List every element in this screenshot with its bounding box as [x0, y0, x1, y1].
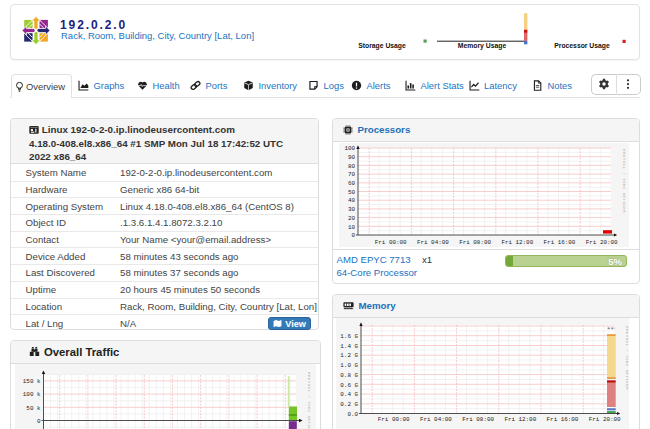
svg-text:80: 80 [348, 163, 356, 170]
svg-text:Fri 16:00: Fri 16:00 [544, 239, 576, 246]
svg-text:Fri 00:00: Fri 00:00 [378, 416, 410, 423]
svg-text:100 k: 100 k [23, 391, 41, 398]
svg-text:Fri 12:00: Fri 12:00 [504, 416, 536, 423]
svg-text:0: 0 [351, 232, 355, 239]
svg-text:Fri 04:00: Fri 04:00 [420, 416, 452, 423]
svg-text:0.8 G: 0.8 G [340, 372, 358, 379]
svg-text:Fri 08:00: Fri 08:00 [462, 416, 494, 423]
svg-text:Fri 08:00: Fri 08:00 [459, 239, 491, 246]
svg-text:RRDTOOL / TOBI OETIKER: RRDTOOL / TOBI OETIKER [625, 326, 629, 390]
svg-text:0: 0 [37, 418, 41, 425]
svg-text:0.4 G: 0.4 G [340, 391, 358, 398]
svg-text:RRDTOOL / TOBI OETIKER: RRDTOOL / TOBI OETIKER [622, 149, 626, 213]
svg-text:1.2 G: 1.2 G [340, 352, 358, 359]
svg-text:Fri 20:00: Fri 20:00 [586, 239, 618, 246]
svg-text:Fri 04:00: Fri 04:00 [417, 239, 449, 246]
svg-text:50 k: 50 k [26, 405, 41, 412]
svg-text:70: 70 [348, 171, 356, 178]
svg-text:1.0 G: 1.0 G [340, 362, 358, 369]
svg-text:20: 20 [348, 215, 356, 222]
svg-text:0.0: 0.0 [347, 411, 358, 418]
svg-text:0.6 G: 0.6 G [340, 382, 358, 389]
svg-text:100: 100 [344, 145, 355, 152]
svg-text:0.2 G: 0.2 G [340, 401, 358, 408]
svg-text:10: 10 [348, 224, 356, 231]
svg-text:1.4 G: 1.4 G [340, 343, 358, 350]
svg-text:150 k: 150 k [23, 378, 41, 385]
svg-text:60: 60 [348, 180, 356, 187]
svg-text:RRDTOOL / TOBI OETIKER: RRDTOOL / TOBI OETIKER [307, 372, 311, 429]
svg-text:30: 30 [348, 206, 356, 213]
svg-text:50: 50 [348, 189, 356, 196]
svg-text:Fri 00:00: Fri 00:00 [375, 239, 407, 246]
svg-text:Fri 20:00: Fri 20:00 [589, 416, 621, 423]
svg-text:Fri 16:00: Fri 16:00 [547, 416, 579, 423]
svg-text:40: 40 [348, 197, 356, 204]
svg-text:Fri 12:00: Fri 12:00 [501, 239, 533, 246]
svg-text:1.6 G: 1.6 G [340, 333, 358, 340]
svg-text:90: 90 [348, 154, 356, 161]
